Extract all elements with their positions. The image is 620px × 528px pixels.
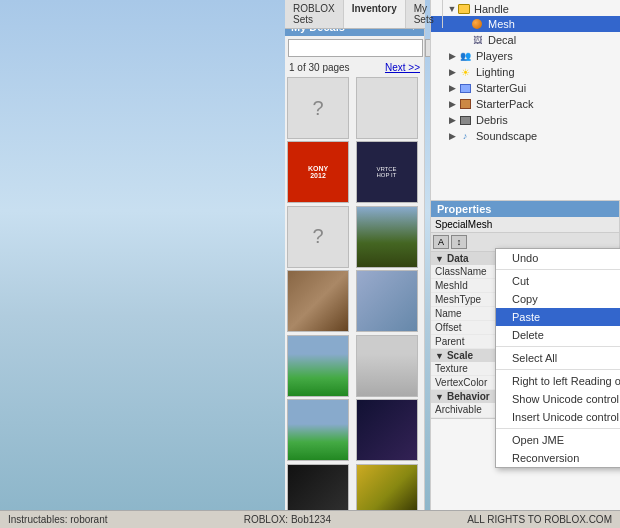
sound-icon: ♪: [458, 129, 472, 143]
tab-my-sets[interactable]: My Sets: [406, 0, 443, 28]
collapse-scale-icon: ▼: [435, 351, 444, 361]
bottom-left: Instructables: roborant: [8, 514, 108, 525]
expand-icon: ▶: [447, 99, 457, 109]
decal-item[interactable]: [356, 77, 418, 139]
ctx-copy[interactable]: Copy: [496, 290, 620, 308]
decal-item[interactable]: ?: [287, 77, 349, 139]
decal-item[interactable]: VRTCEHOP IT: [356, 141, 418, 203]
expand-icon: ▶: [447, 131, 457, 141]
ctx-cut[interactable]: Cut: [496, 272, 620, 290]
tree-item-starterpack[interactable]: ▶ StarterPack: [431, 96, 620, 112]
inventory-panel: My Decals ▼ Search 1 of 30 pages Next >>…: [285, 18, 425, 528]
tree-item-players[interactable]: ▶ 👥 Players: [431, 48, 620, 64]
ctx-insert-unicode[interactable]: Insert Unicode control character: [496, 408, 620, 426]
folder-icon: [458, 4, 470, 14]
section-data-label: Data: [447, 253, 469, 264]
tree-label-debris: Debris: [476, 114, 508, 126]
tree-label-handle: Handle: [474, 3, 509, 15]
context-menu: Undo Cut Copy Paste Delete Select All Ri…: [495, 248, 620, 468]
bottom-bar: Instructables: roborant ROBLOX: Bob1234 …: [0, 510, 620, 528]
expand-icon: ▶: [447, 115, 457, 125]
ctx-separator-4: [496, 428, 620, 429]
decal-item[interactable]: [287, 270, 349, 332]
ctx-paste[interactable]: Paste: [496, 308, 620, 326]
tree-label-players: Players: [476, 50, 513, 62]
expand-icon: [459, 19, 469, 29]
tree-label-soundscape: Soundscape: [476, 130, 537, 142]
tree-label-startergui: StarterGui: [476, 82, 526, 94]
special-mesh-label: SpecialMesh: [435, 219, 492, 230]
tree-label-lighting: Lighting: [476, 66, 515, 78]
ctx-delete[interactable]: Delete: [496, 326, 620, 344]
special-mesh-row: SpecialMesh: [431, 217, 619, 233]
kony-text: KONY2012: [308, 165, 328, 180]
decal-item[interactable]: [356, 206, 418, 268]
tree-item-decal[interactable]: 🖼 Decal: [431, 32, 620, 48]
players-icon: 👥: [458, 49, 472, 63]
decal-item[interactable]: KONY2012: [287, 141, 349, 203]
placeholder-icon: ?: [312, 97, 323, 120]
sphere-icon: [470, 17, 484, 31]
gui-icon: [458, 81, 472, 95]
ctx-separator-1: [496, 269, 620, 270]
tree-container: ▼ Handle Mesh 🖼 Decal ▶ 👥 Players ▶ ☀ Li…: [431, 0, 620, 146]
bottom-center: ROBLOX: Bob1234: [244, 514, 331, 525]
decal-icon: 🖼: [470, 33, 484, 47]
tree-label-decal: Decal: [488, 34, 516, 46]
decal-item[interactable]: [356, 270, 418, 332]
pack-icon: [458, 97, 472, 111]
collapse-icon: ▼: [435, 254, 444, 264]
page-number: 1 of 30 pages: [289, 62, 350, 73]
toolbar-icon-2[interactable]: ↕: [451, 235, 467, 249]
ctx-separator-2: [496, 346, 620, 347]
decal-item[interactable]: [356, 335, 418, 397]
tree-item-mesh[interactable]: Mesh: [431, 16, 620, 32]
decal-item[interactable]: ?: [287, 206, 349, 268]
toolbar-icon-1[interactable]: A: [433, 235, 449, 249]
ctx-undo[interactable]: Undo: [496, 249, 620, 267]
tree-label-starterpack: StarterPack: [476, 98, 533, 110]
vtx-text: VRTCEHOP IT: [376, 166, 396, 178]
decals-grid: ? KONY2012 VRTCEHOP IT ?: [285, 75, 424, 528]
expand-icon: [459, 35, 469, 45]
ctx-select-all[interactable]: Select All: [496, 349, 620, 367]
decal-item[interactable]: [287, 335, 349, 397]
bottom-right: ALL RIGHTS TO ROBLOX.COM: [467, 514, 612, 525]
ctx-open-jme[interactable]: Open JME: [496, 431, 620, 449]
placeholder-icon: ?: [312, 225, 323, 248]
tree-item-lighting[interactable]: ▶ ☀ Lighting: [431, 64, 620, 80]
tree-item-handle[interactable]: ▼ Handle: [431, 2, 620, 16]
next-link[interactable]: Next >>: [385, 62, 420, 73]
page-info: 1 of 30 pages Next >>: [285, 60, 424, 75]
tabs-row: ROBLOX Sets Inventory My Sets: [285, 0, 425, 29]
decal-item[interactable]: [356, 399, 418, 461]
ctx-reconversion[interactable]: Reconversion: [496, 449, 620, 467]
expand-icon: ▶: [447, 83, 457, 93]
search-row: Search: [285, 36, 424, 60]
collapse-behavior-icon: ▼: [435, 392, 444, 402]
search-input[interactable]: [288, 39, 423, 57]
properties-header: Properties: [431, 201, 619, 217]
ctx-show-unicode[interactable]: Show Unicode control characters: [496, 390, 620, 408]
section-behavior-label: Behavior: [447, 391, 490, 402]
lighting-icon: ☀: [458, 65, 472, 79]
tree-item-debris[interactable]: ▶ Debris: [431, 112, 620, 128]
expand-icon: ▼: [447, 4, 457, 14]
section-scale-label: Scale: [447, 350, 473, 361]
debris-icon: [458, 113, 472, 127]
ctx-rtl[interactable]: Right to left Reading order: [496, 372, 620, 390]
tab-inventory[interactable]: Inventory: [344, 0, 406, 28]
expand-icon: ▶: [447, 51, 457, 61]
decal-item[interactable]: [287, 399, 349, 461]
properties-title: Properties: [437, 203, 491, 215]
tree-label-mesh: Mesh: [488, 18, 515, 30]
tree-item-startergui[interactable]: ▶ StarterGui: [431, 80, 620, 96]
ctx-separator-3: [496, 369, 620, 370]
expand-icon: ▶: [447, 67, 457, 77]
tab-roblox-sets[interactable]: ROBLOX Sets: [285, 0, 344, 28]
tree-item-soundscape[interactable]: ▶ ♪ Soundscape: [431, 128, 620, 144]
